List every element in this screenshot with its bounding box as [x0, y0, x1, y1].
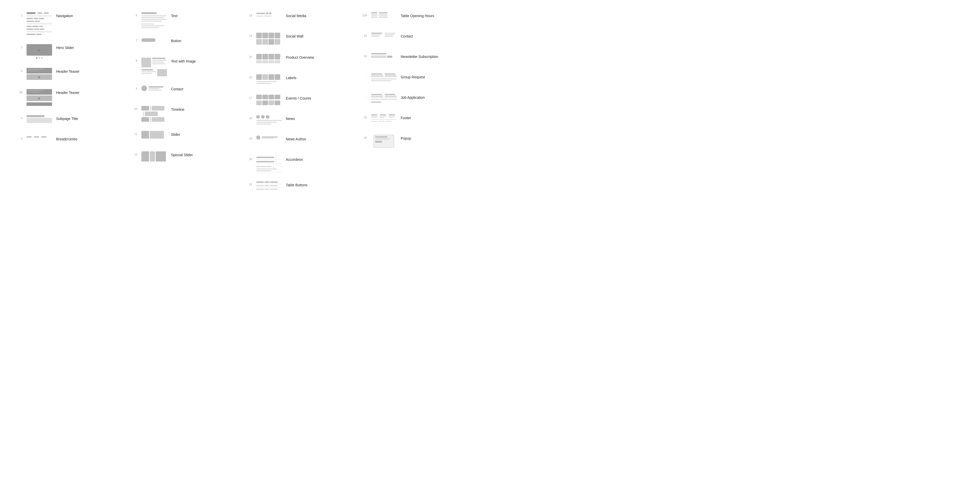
list-item: 26 Popup — [360, 130, 475, 152]
item-thumbnail — [371, 135, 396, 148]
item-label: Social Wall — [286, 33, 304, 38]
item-number: - — [360, 73, 367, 78]
list-item: 21 — [245, 177, 360, 197]
list-item: 9 Contact — [130, 81, 245, 101]
item-thumbnail: › › — [27, 135, 52, 138]
list-item: 4 Subpage Title — [15, 110, 130, 131]
item-number: 3b — [15, 89, 22, 94]
item-thumbnail — [142, 37, 167, 42]
item-number: 18 — [245, 115, 252, 120]
item-label: Group Request — [401, 73, 425, 79]
item-thumbnail — [256, 115, 282, 124]
item-label: Special Slider — [171, 151, 193, 157]
item-thumbnail: ▶ — [27, 68, 52, 80]
item-number: 23 — [360, 33, 367, 37]
item-thumbnail: ▶ — [27, 89, 52, 106]
item-thumbnail — [371, 73, 396, 81]
item-number: 11 — [130, 131, 137, 135]
item-label: Button — [171, 37, 181, 43]
item-label: Table Buttons — [286, 181, 307, 187]
list-item: 5 › › Breadcrumbs — [15, 131, 130, 151]
item-thumbnail — [256, 54, 282, 63]
item-label: Contact — [401, 33, 413, 38]
item-number: 2 — [15, 44, 22, 49]
item-label: Subpage Title — [56, 115, 78, 121]
item-number: 15 — [245, 54, 252, 59]
item-label: Newsletter Subscription — [401, 53, 438, 59]
list-item: 19 News Author — [245, 131, 360, 151]
item-number: 24 — [360, 53, 367, 58]
item-thumbnail — [142, 12, 167, 28]
item-number: 25 — [360, 115, 367, 119]
list-item: - Job — [360, 89, 475, 110]
list-item: 22b — [360, 8, 475, 28]
item-number: 6 — [130, 12, 137, 17]
column-3: 13 Social Media 14 — [245, 8, 360, 237]
item-label: Slider — [171, 131, 180, 137]
item-number: 13 — [245, 12, 252, 17]
item-thumbnail — [142, 106, 167, 122]
item-thumbnail — [256, 95, 282, 105]
item-thumbnail — [27, 115, 52, 123]
list-item: 17 Events / Co — [245, 90, 360, 110]
item-number: 1 — [15, 12, 22, 17]
item-thumbnail: ‹ — [142, 131, 167, 138]
list-item: 16 Labels — [245, 70, 360, 90]
item-thumbnail — [256, 33, 282, 45]
list-item: 20 ∨ ∨ ∧ — [245, 151, 360, 177]
item-label: Events / Coures — [286, 95, 311, 100]
item-number: 20 — [245, 156, 252, 161]
list-item: 10 — [130, 101, 245, 126]
list-item: 7 Button — [130, 33, 245, 53]
item-label: Breadcrumbs — [56, 135, 77, 141]
item-number: 19 — [245, 135, 252, 140]
item-label: Header Teaser — [56, 89, 80, 95]
item-label: Job Application — [401, 94, 425, 100]
item-thumbnail — [256, 181, 282, 190]
item-number: 4 — [15, 115, 22, 120]
list-item: 3b ▶ Header Teaser — [15, 84, 130, 110]
item-label: Labels — [286, 74, 296, 80]
item-thumbnail — [371, 115, 396, 122]
list-item: 3 ▶ Header Teaser — [15, 63, 130, 84]
column-4: 22b — [360, 8, 475, 237]
item-label: News Author — [286, 135, 306, 141]
item-label: Product Overview — [286, 54, 314, 59]
item-number: 22b — [360, 12, 367, 17]
item-label: Navigation — [56, 12, 73, 18]
item-thumbnail: ▶ — [27, 44, 52, 59]
item-label: Contact — [171, 86, 183, 91]
item-label: Text with Image — [171, 58, 196, 63]
item-number: 26 — [360, 135, 367, 139]
item-label: News — [286, 115, 295, 121]
item-thumbnail — [142, 58, 167, 76]
item-thumbnail — [256, 74, 282, 84]
item-label: Table Opening Hours — [401, 12, 434, 18]
item-number: - — [360, 94, 367, 99]
item-number: 10 — [130, 106, 137, 110]
item-thumbnail — [27, 12, 52, 35]
main-page: 1 — [0, 0, 490, 245]
list-item: 1 — [15, 8, 130, 40]
item-thumbnail — [256, 135, 282, 140]
list-item: 18 News — [245, 110, 360, 131]
item-label: Social Media — [286, 12, 306, 18]
item-number: 12 — [130, 151, 137, 156]
item-thumbnail — [142, 151, 167, 162]
item-number: 8 — [130, 58, 137, 62]
item-thumbnail — [371, 33, 396, 37]
item-label: Text — [171, 12, 178, 18]
list-item: 11 ‹ Slider — [130, 126, 245, 147]
item-label: Footer — [401, 115, 411, 120]
item-number: 5 — [15, 135, 22, 140]
list-item: 24 Newsletter Subscription — [360, 48, 475, 69]
list-item: 15 Product Ove — [245, 49, 360, 70]
list-item: 13 Social Media — [245, 8, 360, 28]
list-item: 2 ▶ Hero Slider — [15, 40, 130, 63]
list-item: 6 Text — [130, 8, 245, 33]
item-thumbnail — [142, 86, 167, 91]
list-item: 25 — [360, 110, 475, 130]
item-thumbnail — [256, 12, 282, 17]
list-item: 14 Social Wall — [245, 28, 360, 49]
item-label: Accordeon — [286, 156, 303, 162]
